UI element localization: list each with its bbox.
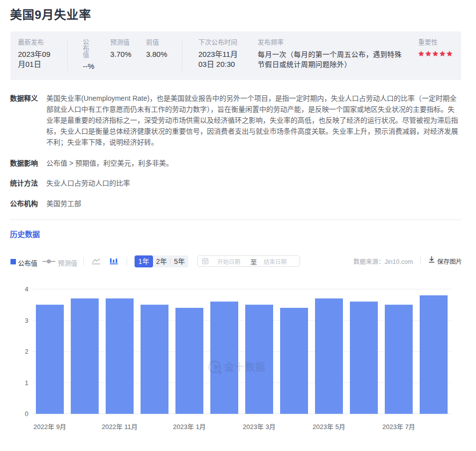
svg-text:1: 1 [25, 379, 28, 387]
svg-text:2023年 7月: 2023年 7月 [382, 423, 415, 431]
svg-text:2023年 5月: 2023年 5月 [313, 423, 345, 431]
svg-text:2023年 3月: 2023年 3月 [243, 423, 276, 431]
svg-text:2: 2 [25, 348, 28, 355]
svg-text:4: 4 [25, 285, 28, 293]
svg-text:0: 0 [25, 410, 28, 418]
svg-text:3: 3 [25, 317, 28, 324]
svg-text:2023年 1月: 2023年 1月 [173, 423, 206, 431]
svg-text:金十数据: 金十数据 [224, 361, 265, 373]
svg-text:2022年 9月: 2022年 9月 [33, 423, 66, 431]
svg-text:2022年 11月: 2022年 11月 [102, 423, 138, 431]
